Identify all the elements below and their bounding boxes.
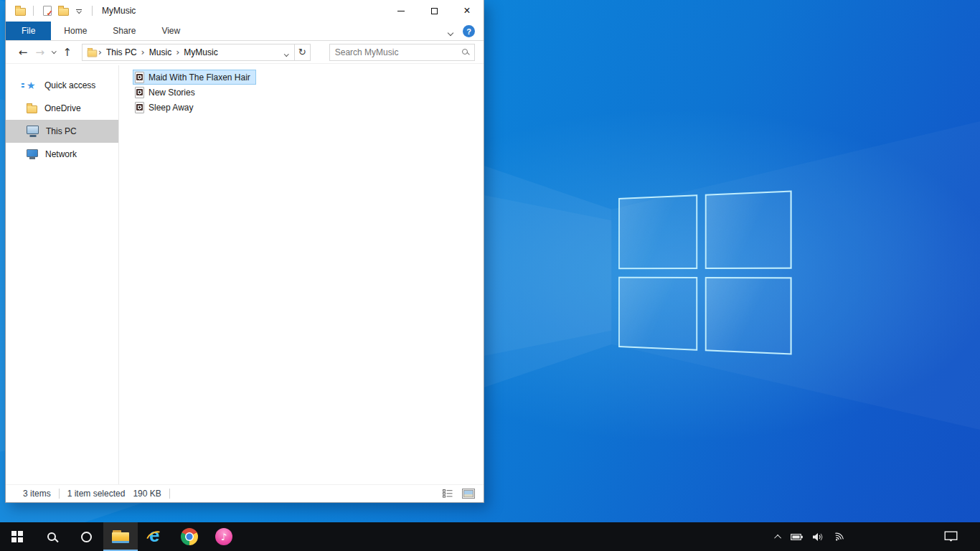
sidebar-item-label: OneDrive <box>44 103 81 113</box>
sidebar-item-network[interactable]: Network <box>6 143 118 166</box>
breadcrumb-separator: › <box>141 47 146 57</box>
file-item[interactable]: Maid With The Flaxen Hair <box>133 70 256 85</box>
taskbar-internet-explorer-button[interactable]: e <box>138 522 172 551</box>
search-box <box>329 44 475 61</box>
taskbar-file-explorer-button[interactable] <box>103 522 138 551</box>
separator <box>92 6 93 16</box>
tab-file[interactable]: File <box>6 22 51 40</box>
tab-home[interactable]: Home <box>51 22 100 40</box>
sidebar-item-quick-access[interactable]: ★ Quick access <box>6 74 118 97</box>
itunes-icon: ♪ <box>215 528 232 545</box>
new-folder-icon <box>58 8 69 16</box>
selection-size: 190 KB <box>133 489 161 499</box>
ribbon-tabs: File Home Share View ? <box>6 22 484 41</box>
search-icon[interactable] <box>462 49 468 55</box>
properties-icon: ✓ <box>43 6 52 16</box>
back-button[interactable]: ← <box>14 46 32 59</box>
breadcrumb-separator: › <box>175 47 180 57</box>
hidden-icons-button[interactable] <box>776 534 781 540</box>
file-name: Sleep Away <box>149 103 194 113</box>
search-icon <box>47 532 56 541</box>
explorer-window: ✓ MyMusic × File Home Share View ? <box>5 0 484 503</box>
action-center-button[interactable] <box>935 531 966 542</box>
windows-logo-pane <box>705 277 791 355</box>
close-button[interactable]: × <box>451 0 484 22</box>
forward-button[interactable]: → <box>32 46 49 59</box>
maximize-icon <box>431 8 438 14</box>
file-item[interactable]: New Stories <box>133 85 201 100</box>
action-center-icon <box>944 531 958 542</box>
windows-logo <box>618 190 792 354</box>
system-tray <box>776 522 980 551</box>
help-button[interactable]: ? <box>463 25 475 37</box>
address-dropdown-button[interactable] <box>285 46 288 59</box>
navigation-bar: ← → ↑ › This PC › Music › MyMusic ↻ <box>6 41 484 64</box>
network-icon <box>27 149 38 157</box>
breadcrumb-this-pc[interactable]: This PC <box>103 47 141 57</box>
check-icon: ✓ <box>47 9 53 17</box>
details-view-button[interactable] <box>441 488 454 499</box>
cortana-icon <box>81 532 92 542</box>
sidebar-item-this-pc[interactable]: This PC <box>6 120 118 143</box>
refresh-button[interactable]: ↻ <box>295 44 311 61</box>
file-list: Maid With The Flaxen Hair New Stories Sl… <box>119 65 484 484</box>
taskbar-chrome-button[interactable] <box>172 522 207 551</box>
recent-locations-button[interactable] <box>49 52 59 53</box>
minimize-icon <box>397 11 405 11</box>
maximize-button[interactable] <box>418 0 451 22</box>
qat-new-folder-button[interactable] <box>56 6 71 16</box>
battery-status-button[interactable] <box>791 533 803 541</box>
sidebar-item-onedrive[interactable]: OneDrive <box>6 97 118 120</box>
windows-logo-pane <box>618 194 697 269</box>
title-bar: ✓ MyMusic × <box>6 0 484 22</box>
close-icon: × <box>463 5 470 17</box>
sidebar-item-label: Quick access <box>44 80 95 90</box>
tab-view[interactable]: View <box>149 22 193 40</box>
selection-count: 1 item selected <box>67 489 126 499</box>
thumbnail-view-icon <box>462 489 475 499</box>
volume-button[interactable] <box>812 532 824 542</box>
file-item[interactable]: Sleep Away <box>133 100 199 115</box>
taskbar-itunes-button[interactable]: ♪ <box>207 522 241 551</box>
ribbon-expand-button[interactable] <box>448 25 453 38</box>
file-explorer-icon <box>112 530 129 543</box>
window-system-icon[interactable] <box>13 6 28 16</box>
breadcrumb-music[interactable]: Music <box>146 47 175 57</box>
details-view-icon <box>443 489 453 498</box>
minimize-button[interactable] <box>385 0 418 22</box>
chevron-down-icon <box>448 29 453 35</box>
speaker-icon <box>812 532 824 542</box>
up-button[interactable]: ↑ <box>59 46 76 59</box>
music-file-icon <box>135 72 144 83</box>
qat-customize-button[interactable] <box>71 9 87 13</box>
taskbar: e ♪ <box>0 522 980 551</box>
windows-start-icon <box>11 531 23 542</box>
explorer-content: ★ Quick access OneDrive This PC Network <box>6 65 484 484</box>
folder-icon <box>15 8 26 16</box>
address-bar[interactable]: › This PC › Music › MyMusic <box>82 44 295 61</box>
window-title: MyMusic <box>102 6 136 16</box>
search-input[interactable] <box>330 44 474 60</box>
folder-icon <box>87 50 97 57</box>
breadcrumb-mymusic[interactable]: MyMusic <box>180 47 221 57</box>
qat-properties-button[interactable]: ✓ <box>39 6 56 16</box>
windows-logo-pane <box>618 276 697 351</box>
sidebar-item-label: This PC <box>46 126 77 136</box>
music-file-icon <box>135 87 144 98</box>
tab-share[interactable]: Share <box>100 22 149 40</box>
start-button[interactable] <box>0 522 34 551</box>
large-icons-view-button[interactable] <box>461 487 476 500</box>
internet-explorer-icon: e <box>146 527 164 546</box>
taskbar-search-button[interactable] <box>34 522 69 551</box>
chevron-down-icon <box>76 9 82 13</box>
cortana-button[interactable] <box>69 522 103 551</box>
this-pc-monitor-icon <box>27 126 39 134</box>
items-count: 3 items <box>23 489 51 499</box>
network-wifi-button[interactable] <box>833 532 844 542</box>
quick-access-star-icon: ★ <box>27 80 37 90</box>
file-name: New Stories <box>149 88 195 98</box>
status-bar: 3 items 1 item selected 190 KB <box>6 484 484 502</box>
file-name: Maid With The Flaxen Hair <box>149 72 250 83</box>
battery-icon <box>791 533 803 541</box>
windows-logo-pane <box>705 190 791 268</box>
